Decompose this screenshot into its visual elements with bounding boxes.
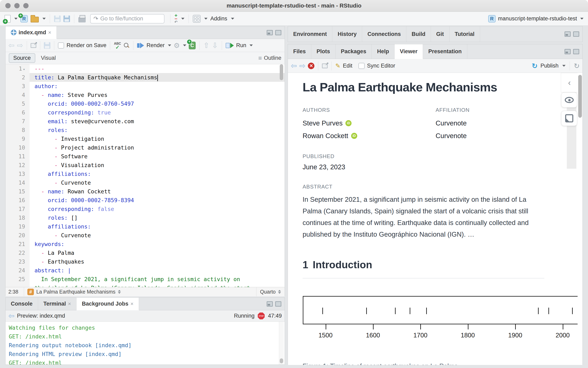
refresh-icon[interactable]: ↻ [574, 62, 580, 70]
edit-button[interactable]: Edit [343, 63, 352, 69]
annotate-button[interactable] [561, 111, 577, 126]
console-scrollbar[interactable] [279, 322, 284, 365]
run-previous-icon[interactable]: ⇧ [203, 41, 209, 50]
edit-icon[interactable]: ✎ [335, 62, 340, 69]
tab-background-jobs[interactable]: Background Jobs× [76, 298, 139, 310]
close-tab-icon[interactable]: × [68, 301, 71, 307]
stop-job-icon[interactable]: STOP [258, 313, 265, 320]
maximize-pane-icon[interactable] [573, 31, 579, 37]
clear-viewer-icon[interactable]: ✕ [308, 63, 314, 69]
gear-icon[interactable]: ⚙ [174, 41, 180, 50]
titlebar: manuscript-template-rstudio-test - main … [0, 0, 588, 12]
run-next-icon[interactable]: ⇩ [212, 41, 218, 50]
viewer-scrollbar-thumb[interactable] [578, 75, 582, 118]
fold-arrow-icon[interactable]: ▾ [23, 67, 25, 71]
insert-chunk-icon[interactable]: C [189, 42, 196, 49]
tab-connections[interactable]: Connections [362, 26, 406, 42]
new-file-caret-icon[interactable] [14, 18, 18, 19]
back-icon[interactable]: ⇦ [8, 41, 15, 50]
addins-button[interactable]: Addins [210, 16, 227, 22]
new-project-icon[interactable]: R [20, 15, 28, 22]
panes-caret-icon[interactable] [204, 18, 208, 19]
addins-caret-icon[interactable] [231, 18, 234, 19]
tab-plots[interactable]: Plots [311, 44, 336, 59]
goto-file-input[interactable]: ↷ Go to file/function [90, 14, 165, 23]
save-all-icon[interactable] [64, 16, 70, 22]
minimize-pane-icon[interactable] [267, 301, 273, 307]
minimize-pane-icon[interactable] [565, 31, 571, 37]
tab-index-qmd[interactable]: index.qmd × [6, 26, 57, 39]
save-file-icon[interactable] [44, 42, 50, 49]
tab-console[interactable]: Console [6, 298, 38, 310]
maximize-pane-icon[interactable] [275, 30, 281, 35]
token: steve@curvenote.com [68, 118, 134, 124]
viewer-scrollbar[interactable] [578, 73, 582, 365]
editor-scrollbar-thumb[interactable] [280, 64, 283, 80]
new-file-icon[interactable] [4, 15, 11, 23]
back-icon[interactable]: ⇦ [8, 312, 15, 320]
search-icon[interactable] [123, 42, 129, 48]
open-recent-caret-icon[interactable] [42, 18, 46, 19]
source-mode-button[interactable]: Source [9, 53, 35, 63]
section-jump-widget[interactable]: # La Palma Earthquake Mechanisms [24, 287, 256, 296]
forward-icon[interactable]: ⇨ [299, 62, 305, 70]
published-label: PUBLISHED [303, 153, 566, 159]
open-file-icon[interactable] [31, 17, 39, 22]
publish-icon[interactable]: ↻ [532, 62, 538, 70]
back-icon[interactable]: ⇦ [291, 62, 297, 70]
run-caret-icon[interactable] [249, 45, 253, 46]
spellcheck-icon[interactable]: ABC✓ [114, 42, 121, 49]
tab-files[interactable]: Files [288, 44, 311, 59]
tab-help[interactable]: Help [372, 44, 395, 59]
sync-editor-checkbox[interactable] [358, 63, 365, 69]
tab-presentation[interactable]: Presentation [423, 44, 467, 59]
tab-git[interactable]: Git [431, 26, 450, 42]
print-icon[interactable] [78, 17, 86, 22]
tab-build[interactable]: Build [406, 26, 431, 42]
collapse-panel-button[interactable]: ‹ [561, 73, 578, 92]
tab-history[interactable]: History [332, 26, 362, 42]
gear-caret-icon[interactable] [183, 45, 186, 46]
close-tab-icon[interactable]: × [48, 29, 51, 36]
minimize-pane-icon[interactable] [565, 49, 571, 54]
run-icon[interactable] [226, 43, 234, 48]
tab-tutorial[interactable]: Tutorial [450, 26, 480, 42]
visual-mode-button[interactable]: Visual [37, 54, 60, 62]
project-selector[interactable]: R manuscript-template-rstudio-test [488, 15, 584, 22]
orcid-icon[interactable]: iD [351, 133, 357, 139]
tab-environment[interactable]: Environment [288, 26, 332, 42]
render-on-save-checkbox[interactable] [58, 42, 64, 48]
token: La Palma [48, 250, 74, 256]
code-text: - name: Rowan Cockett [30, 187, 285, 196]
tab-terminal[interactable]: Terminal× [38, 298, 77, 310]
render-caret-icon[interactable] [168, 45, 171, 46]
open-in-browser-icon[interactable] [322, 64, 328, 68]
tab-viewer[interactable]: Viewer [395, 44, 423, 59]
popout-editor-icon[interactable] [31, 43, 36, 48]
file-mode-widget[interactable]: Quarto [256, 287, 285, 296]
editor-scrollbar[interactable] [279, 64, 284, 287]
render-button[interactable]: Render [147, 42, 165, 48]
toolbar-separator [27, 41, 27, 50]
minimize-pane-icon[interactable] [267, 30, 273, 35]
publish-button[interactable]: Publish [541, 63, 559, 69]
visibility-button[interactable] [561, 92, 577, 108]
close-tab-icon[interactable]: × [130, 301, 133, 307]
code-text: title: La Palma Earthquake Mechanisms [30, 73, 285, 82]
maximize-pane-icon[interactable] [573, 49, 579, 54]
forward-icon[interactable]: ⇨ [17, 41, 23, 50]
render-icon[interactable] [137, 43, 144, 48]
console-scrollbar-thumb[interactable] [280, 359, 283, 363]
version-control-icon[interactable]: +−↶ [175, 14, 177, 24]
save-icon[interactable] [54, 16, 61, 22]
run-button[interactable]: Run [236, 42, 247, 48]
orcid-icon[interactable]: iD [345, 120, 351, 126]
outline-button[interactable]: ≡ Outline [258, 55, 281, 62]
publish-caret-icon[interactable] [562, 65, 566, 67]
tab-packages[interactable]: Packages [336, 44, 372, 59]
console-output[interactable]: Watching files for changesGET: /index.ht… [6, 322, 285, 365]
vcs-caret-icon[interactable] [181, 18, 184, 19]
maximize-pane-icon[interactable] [275, 301, 281, 307]
code-editor[interactable]: 1▾---2title: La Palma Earthquake Mechani… [6, 64, 285, 287]
workspace-panes-icon[interactable] [193, 15, 201, 23]
